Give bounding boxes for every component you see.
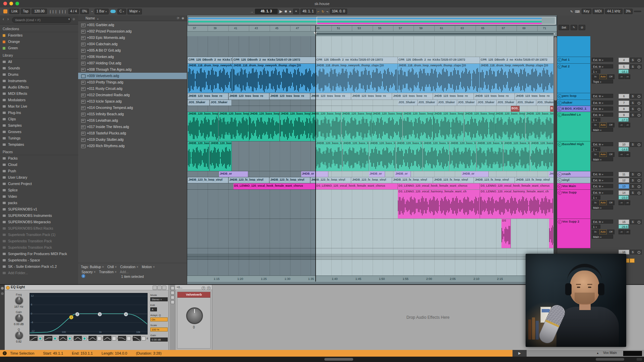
clip[interactable]: JHDB_118_drum_loop_newyork_thump_claps […: [233, 64, 316, 93]
solo-button[interactable]: S: [630, 94, 636, 99]
unfold-track-icon[interactable]: ▸: [558, 101, 562, 105]
solo-button[interactable]: S: [630, 178, 636, 183]
clip[interactable]: JHDB_120_bass_loop_fil: [188, 112, 218, 141]
band-enable-checkbox[interactable]: [97, 337, 101, 341]
clip[interactable]: JOS_Shaker: [398, 100, 418, 106]
sidebar-item-grooves[interactable]: Grooves: [0, 129, 78, 135]
remove-tag-icon[interactable]: ×: [102, 265, 104, 269]
solo-button[interactable]: S: [630, 113, 636, 117]
sidebar-item-tunings[interactable]: Tunings: [0, 135, 78, 141]
monitor-in-button[interactable]: In: [592, 200, 599, 205]
band-enable-checkbox[interactable]: [142, 337, 146, 341]
unfold-track-icon[interactable]: ▸: [558, 184, 562, 188]
track-lane-shaker[interactable]: JOS_ShakerJOS_ShakerJOS_ShakerJOS_Shaker…: [187, 100, 553, 106]
track-number[interactable]: 7: [619, 101, 629, 105]
clip[interactable]: JHDB_120_bass_loop_fil: [464, 112, 495, 141]
input-channel-select[interactable]: 1▾: [592, 225, 600, 229]
unfold-track-icon[interactable]: ▸: [558, 107, 562, 111]
file-row[interactable]: +012 Decimated Radio.adg: [78, 92, 187, 98]
solo-button[interactable]: S: [630, 220, 636, 224]
input-routing-select[interactable]: Ext. In▾: [592, 94, 613, 98]
file-row[interactable]: +014 Oncoming Tempest.adg: [78, 105, 187, 111]
clip[interactable]: B: [550, 106, 553, 112]
clip[interactable]: CPR_125_DBooth_2_no_Kicks [2025-07-29 13…: [480, 57, 553, 63]
groove-amount-field[interactable]: 0%: [80, 9, 89, 14]
track-volume-field[interactable]: -17.3: [619, 118, 629, 122]
send-value[interactable]: -∞: [619, 123, 624, 127]
sidebar-item-clips[interactable]: Clips: [0, 116, 78, 122]
file-row[interactable]: +003 Epic Moments.adg: [78, 35, 187, 41]
clip[interactable]: JHDB_123_tops_loop_ro: [188, 93, 228, 100]
track-volume-field[interactable]: -14.6: [619, 147, 629, 151]
clip[interactable]: JHDB_123_fx_loop_vinyl: [188, 177, 228, 183]
scale-mode-icon[interactable]: [110, 10, 116, 13]
track-lane-vox-main[interactable]: DS_LENNO_120_vocal_hook_female_want_chor…: [187, 183, 553, 190]
sidebar-item-samples[interactable]: Samples: [0, 122, 78, 129]
arm-button[interactable]: [636, 142, 642, 147]
track-header-hat-1[interactable]: ▸hat 1: [557, 57, 591, 64]
main-send-box[interactable]: [630, 258, 635, 263]
band-enable-checkbox[interactable]: [53, 337, 57, 341]
monitor-auto-button[interactable]: Auto: [599, 74, 607, 79]
scale-name-select[interactable]: Major▾: [127, 9, 142, 14]
track-lane-hat-2[interactable]: JHDB_118_drum_loop_newyork_thump_claps […: [187, 64, 553, 93]
unfold-track-icon[interactable]: ▸: [558, 65, 562, 69]
punch-out-icon[interactable]: ¬: [326, 10, 328, 13]
track-number[interactable]: 6: [619, 94, 629, 99]
sidebar-item-modulators[interactable]: Modulators: [0, 97, 78, 103]
send-value[interactable]: -∞: [625, 123, 630, 127]
track-number[interactable]: 13: [619, 184, 629, 189]
add-tag-button[interactable]: Add...: [120, 270, 129, 274]
eq-adapt-q-control[interactable]: On: [150, 317, 168, 321]
band-enable-checkbox[interactable]: [38, 337, 42, 341]
track-lane-vinyl[interactable]: JHDB_123_fx_loop_vinylJHDB_123_fx_loop_v…: [187, 177, 553, 183]
input-routing-select[interactable]: Ext. In▾: [592, 178, 613, 182]
file-row[interactable]: +011 Rusty Circuit.adg: [78, 85, 187, 92]
file-row[interactable]: +008 Through The Ages.adg: [78, 66, 187, 73]
band-enable-checkbox[interactable]: [112, 337, 116, 341]
rack-r-icon[interactable]: R: [202, 286, 205, 290]
band-enable-checkbox[interactable]: [83, 337, 87, 341]
file-row[interactable]: +013 Icicle Space.adg: [78, 98, 187, 105]
track-number[interactable]: 4: [619, 58, 629, 62]
track-number[interactable]: 15: [619, 220, 629, 224]
track-lane-vox-supp[interactable]: DS_LENNO_120_vocal_harmony_female_want_c…: [187, 190, 553, 219]
clip[interactable]: JHDB_120_bass_loop_fil: [342, 141, 369, 171]
monitor-auto-button[interactable]: Auto: [599, 230, 607, 234]
sort-icon[interactable]: ▴: [97, 17, 99, 20]
file-row[interactable]: +006 Honker.adg: [78, 54, 187, 60]
monitor-in-button[interactable]: In: [592, 152, 599, 157]
sidebar-item-superknobs-space[interactable]: Superknobs - Space: [0, 257, 78, 263]
clip[interactable]: CPR_125_DBooth_2_no_Kicks [2025-07-29 13…: [316, 57, 398, 63]
overdub-button[interactable]: +: [293, 9, 299, 14]
scrollbar-thumb[interactable]: [554, 37, 557, 101]
track-header-hat-2[interactable]: ▸hat 2: [557, 64, 591, 93]
rack-button[interactable]: [171, 286, 174, 290]
unfold-track-icon[interactable]: ▸: [558, 191, 562, 195]
band-enable-checkbox[interactable]: [127, 337, 131, 341]
arm-button[interactable]: [636, 64, 642, 69]
track-header-vox-supp-2[interactable]: ▸Vox Supp 2: [557, 219, 591, 248]
file-list-header[interactable]: Name ▴ ⟳ ◉: [78, 15, 187, 21]
sidebar-item-green[interactable]: Green: [0, 45, 78, 51]
file-row[interactable]: +015 Infinity Beach.adg: [78, 111, 187, 117]
clip[interactable]: JHDB_120_bass_loop_fil: [372, 112, 402, 141]
clip[interactable]: JHDB_120_bass_loop_fil: [249, 112, 280, 141]
eq-gain-control[interactable]: 0.00 dB: [150, 338, 168, 342]
eq-band-7[interactable]: 7: [118, 336, 133, 341]
tap-tempo-button[interactable]: Tap: [21, 9, 30, 14]
rack-m-icon[interactable]: M: [207, 286, 211, 290]
draw-mode-icon[interactable]: ✎: [570, 10, 573, 13]
filter-shape-icon[interactable]: [103, 336, 111, 341]
arm-button[interactable]: [636, 178, 642, 183]
clip[interactable]: JOS_Shaker: [210, 100, 232, 106]
clip[interactable]: JHDB_120_bass_loop_fil: [396, 141, 423, 171]
clip[interactable]: JHDB_118_drum_loop_newyork_thump_claps […: [480, 64, 553, 93]
arm-button[interactable]: [636, 220, 642, 224]
sidebar-item-push[interactable]: Push: [0, 168, 78, 174]
monitor-off-button[interactable]: Off: [607, 200, 614, 205]
track-header-vox-main[interactable]: ▸Vox Main: [557, 183, 591, 190]
sidebar-item-drums[interactable]: Drums: [0, 71, 78, 78]
clip[interactable]: JHDB_123_fx_loop_vinyl: [474, 177, 515, 183]
mixer-scrollbar[interactable]: [596, 358, 624, 361]
